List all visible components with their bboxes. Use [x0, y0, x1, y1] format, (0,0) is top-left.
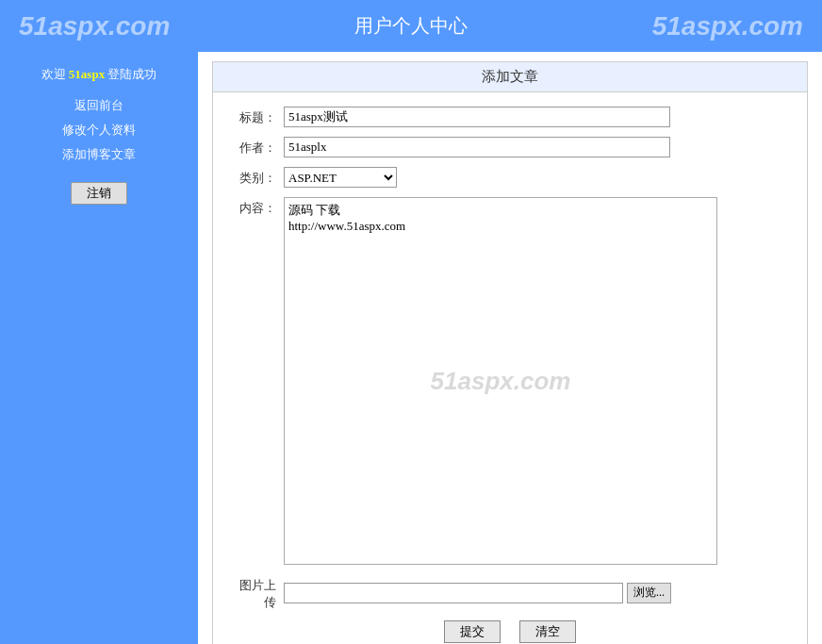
image-label: 图片上传	[232, 574, 284, 611]
welcome-message: 欢迎 51aspx 登陆成功	[9, 66, 189, 83]
title-input[interactable]	[284, 107, 670, 127]
form-body: 标题： 作者： 类别： ASP.NETASPPHPJSP其他 内容：	[213, 92, 807, 644]
nav-home[interactable]: 返回前台	[9, 97, 189, 114]
category-select[interactable]: ASP.NETASPPHPJSP其他	[284, 167, 397, 188]
category-row: 类别： ASP.NETASPPHPJSP其他	[232, 167, 788, 188]
title-row: 标题：	[232, 107, 788, 127]
header-watermark-right: 51aspx.com	[652, 11, 803, 41]
category-label: 类别：	[232, 167, 284, 187]
header: 51aspx.com 用户个人中心 51aspx.com	[0, 0, 822, 52]
sidebar-username: 51aspx	[69, 67, 105, 81]
header-title: 用户个人中心	[354, 13, 468, 39]
form-title: 添加文章	[213, 62, 807, 92]
nav-profile[interactable]: 修改个人资料	[9, 122, 189, 139]
image-row: 图片上传 浏览...	[232, 574, 788, 611]
browse-button[interactable]: 浏览...	[627, 583, 671, 603]
layout: 欢迎 51aspx 登陆成功 返回前台 修改个人资料 添加博客文章 注销 添加文…	[0, 52, 822, 644]
content-row: 内容： 51aspx.com	[232, 197, 788, 565]
action-row: 提交 清空	[232, 620, 788, 643]
clear-button[interactable]: 清空	[519, 620, 576, 643]
welcome-suffix: 登陆成功	[107, 67, 156, 81]
title-label: 标题：	[232, 107, 284, 126]
content-label: 内容：	[232, 197, 284, 217]
sidebar: 欢迎 51aspx 登陆成功 返回前台 修改个人资料 添加博客文章 注销	[0, 52, 198, 644]
nav-add-article[interactable]: 添加博客文章	[9, 146, 189, 163]
content-textarea[interactable]	[284, 197, 717, 565]
header-watermark-left: 51aspx.com	[19, 11, 170, 41]
author-row: 作者：	[232, 137, 788, 157]
textarea-wrapper: 51aspx.com	[284, 197, 717, 565]
author-input[interactable]	[284, 137, 670, 157]
image-path-input[interactable]	[284, 583, 623, 603]
logout-button[interactable]: 注销	[71, 182, 127, 205]
add-article-form-card: 添加文章 标题： 作者： 类别： ASP.NETASPPHPJSP其他	[212, 61, 808, 644]
main-content: 添加文章 标题： 作者： 类别： ASP.NETASPPHPJSP其他	[198, 52, 822, 644]
submit-button[interactable]: 提交	[444, 620, 501, 643]
welcome-text: 欢迎	[41, 67, 66, 81]
author-label: 作者：	[232, 137, 284, 157]
